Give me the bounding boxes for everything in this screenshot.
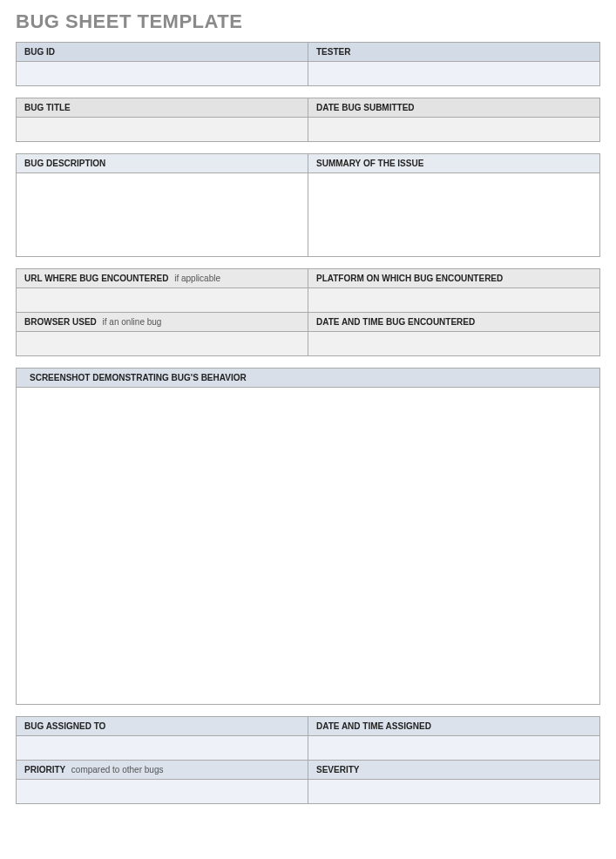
field-priority[interactable] [17, 779, 308, 803]
label-datetime-encountered: DATE AND TIME BUG ENCOUNTERED [308, 313, 599, 331]
label-priority-text: PRIORITY [24, 765, 65, 774]
field-datetime-encountered[interactable] [308, 331, 599, 355]
label-bug-title: BUG TITLE [17, 98, 308, 117]
section-environment: URL WHERE BUG ENCOUNTERED if applicable … [16, 268, 600, 356]
label-date-submitted: DATE BUG SUBMITTED [308, 98, 599, 117]
label-priority: PRIORITY compared to other bugs [17, 761, 308, 779]
field-browser[interactable] [17, 331, 308, 355]
label-summary-issue: SUMMARY OF THE ISSUE [308, 154, 599, 172]
page-title: BUG SHEET TEMPLATE [16, 10, 600, 33]
field-bug-title[interactable] [17, 117, 308, 141]
hint-browser: if an online bug [103, 317, 162, 327]
field-bug-id[interactable] [17, 61, 308, 85]
section-description-summary: BUG DESCRIPTION SUMMARY OF THE ISSUE [16, 153, 600, 257]
field-url[interactable] [17, 287, 308, 312]
label-tester: TESTER [308, 43, 599, 61]
label-platform: PLATFORM ON WHICH BUG ENCOUNTERED [308, 269, 599, 287]
field-severity[interactable] [308, 779, 599, 803]
label-browser: BROWSER USED if an online bug [17, 313, 308, 331]
field-bug-description[interactable] [17, 172, 308, 256]
field-summary-issue[interactable] [308, 172, 599, 256]
label-assigned-to: BUG ASSIGNED TO [17, 717, 308, 735]
field-tester[interactable] [308, 61, 599, 85]
field-platform[interactable] [308, 287, 599, 312]
field-screenshot[interactable] [17, 387, 599, 704]
label-bug-id: BUG ID [17, 43, 308, 61]
label-bug-description: BUG DESCRIPTION [17, 154, 308, 172]
hint-url: if applicable [174, 274, 220, 283]
section-id-tester: BUG ID TESTER [16, 42, 600, 86]
label-url: URL WHERE BUG ENCOUNTERED if applicable [17, 269, 308, 287]
field-datetime-assigned[interactable] [308, 735, 599, 760]
field-assigned-to[interactable] [17, 735, 308, 760]
label-browser-text: BROWSER USED [24, 317, 97, 327]
label-datetime-assigned: DATE AND TIME ASSIGNED [308, 717, 599, 735]
section-screenshot: SCREENSHOT DEMONSTRATING BUG'S BEHAVIOR [16, 368, 600, 705]
label-severity: SEVERITY [308, 761, 599, 779]
label-url-text: URL WHERE BUG ENCOUNTERED [24, 274, 168, 283]
label-screenshot: SCREENSHOT DEMONSTRATING BUG'S BEHAVIOR [17, 369, 599, 387]
field-date-submitted[interactable] [308, 117, 599, 141]
section-title-date: BUG TITLE DATE BUG SUBMITTED [16, 98, 600, 142]
section-assignment: BUG ASSIGNED TO DATE AND TIME ASSIGNED P… [16, 716, 600, 804]
hint-priority: compared to other bugs [71, 765, 164, 774]
